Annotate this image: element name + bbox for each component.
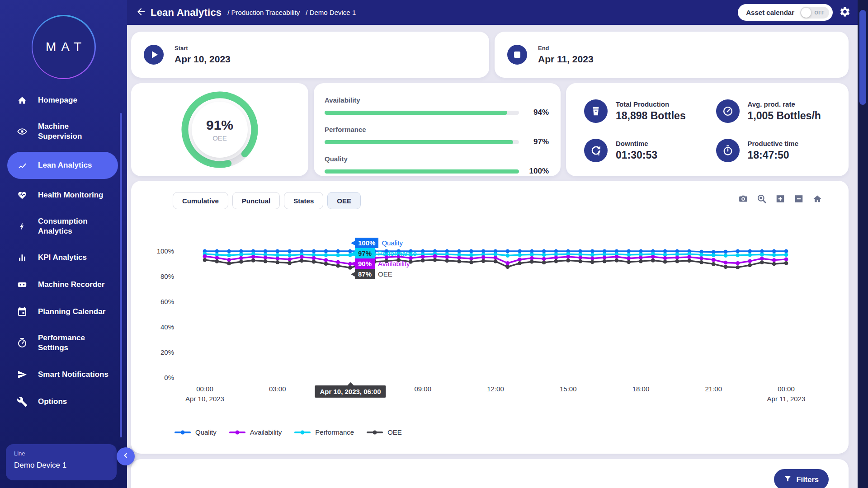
sidebar-item-health-monitoring[interactable]: Health Monitoring	[7, 184, 118, 206]
sidebar-item-options[interactable]: Options	[7, 391, 118, 413]
series-point-oee[interactable]	[275, 260, 279, 264]
series-point-oee[interactable]	[724, 265, 728, 269]
sidebar-item-lean-analytics[interactable]: Lean Analytics	[7, 152, 118, 179]
series-point-quality[interactable]	[264, 249, 268, 253]
series-point-oee[interactable]	[264, 259, 268, 263]
series-point-oee[interactable]	[603, 259, 607, 263]
series-point-quality[interactable]	[590, 249, 594, 253]
series-point-oee[interactable]	[518, 261, 522, 265]
series-point-availability[interactable]	[227, 258, 231, 262]
series-point-performance[interactable]	[699, 253, 703, 257]
series-point-oee[interactable]	[615, 258, 619, 263]
series-point-availability[interactable]	[639, 256, 643, 260]
series-point-availability[interactable]	[603, 256, 607, 260]
series-point-oee[interactable]	[578, 259, 582, 263]
series-point-oee[interactable]	[760, 260, 764, 264]
legend-item-quality[interactable]: Quality	[175, 428, 217, 436]
series-point-availability[interactable]	[566, 255, 570, 259]
sidebar-item-performance-settings[interactable]: Performance Settings	[7, 328, 118, 358]
series-point-oee[interactable]	[203, 258, 207, 262]
series-point-oee[interactable]	[566, 258, 570, 263]
series-point-oee[interactable]	[627, 260, 631, 264]
series-point-availability[interactable]	[215, 256, 219, 260]
tab-cumulative[interactable]: Cumulative	[173, 192, 228, 209]
series-point-oee[interactable]	[288, 261, 292, 265]
series-point-quality[interactable]	[748, 249, 752, 253]
tab-punctual[interactable]: Punctual	[232, 192, 280, 209]
series-point-performance[interactable]	[469, 253, 473, 257]
page-scrollbar[interactable]	[858, 0, 868, 488]
series-point-oee[interactable]	[736, 265, 740, 269]
series-point-availability[interactable]	[699, 256, 703, 260]
tab-states[interactable]: States	[284, 192, 323, 209]
series-point-quality[interactable]	[312, 249, 316, 253]
tab-oee[interactable]: OEE	[327, 192, 361, 209]
series-point-performance[interactable]	[288, 253, 292, 258]
zoom-out-icon[interactable]	[793, 193, 805, 204]
series-point-availability[interactable]	[336, 260, 340, 264]
legend-item-oee[interactable]: OEE	[367, 428, 402, 436]
legend-item-performance[interactable]: Performance	[294, 428, 354, 436]
breadcrumb-item[interactable]: / Production Traceability	[227, 9, 300, 16]
series-point-performance[interactable]	[324, 253, 328, 257]
series-point-performance[interactable]	[724, 253, 728, 258]
series-point-availability[interactable]	[675, 256, 679, 260]
series-point-performance[interactable]	[239, 253, 243, 257]
sidebar-scrollbar[interactable]	[120, 113, 122, 437]
series-point-quality[interactable]	[275, 249, 279, 253]
series-point-quality[interactable]	[542, 249, 546, 253]
series-point-oee[interactable]	[542, 261, 546, 265]
filters-button[interactable]: Filters	[774, 469, 829, 488]
series-point-performance[interactable]	[784, 253, 788, 257]
series-point-quality[interactable]	[627, 249, 631, 253]
series-point-availability[interactable]	[530, 256, 534, 260]
series-point-oee[interactable]	[324, 262, 328, 266]
series-point-performance[interactable]	[227, 253, 231, 258]
series-point-oee[interactable]	[312, 260, 316, 264]
series-point-performance[interactable]	[590, 253, 594, 257]
series-point-performance[interactable]	[627, 253, 631, 257]
series-point-quality[interactable]	[772, 249, 776, 253]
series-point-availability[interactable]	[251, 255, 255, 259]
series-point-availability[interactable]	[312, 256, 316, 260]
settings-button[interactable]	[838, 6, 852, 19]
series-point-availability[interactable]	[615, 255, 619, 259]
line-device-card[interactable]: Line Demo Device 1	[6, 444, 117, 480]
series-point-availability[interactable]	[772, 258, 776, 262]
series-point-availability[interactable]	[457, 256, 461, 260]
series-point-quality[interactable]	[663, 249, 667, 253]
series-point-oee[interactable]	[639, 259, 643, 263]
series-point-oee[interactable]	[433, 258, 437, 262]
series-point-quality[interactable]	[736, 249, 740, 253]
series-point-oee[interactable]	[712, 262, 716, 266]
series-point-quality[interactable]	[324, 249, 328, 253]
asset-calendar-pill[interactable]: Asset calendar OFF	[738, 4, 833, 21]
series-point-oee[interactable]	[663, 260, 667, 264]
series-point-quality[interactable]	[518, 249, 522, 253]
zoom-box-icon[interactable]	[756, 193, 768, 204]
series-point-quality[interactable]	[227, 249, 231, 253]
page-scrollbar-thumb[interactable]	[859, 10, 866, 105]
series-point-performance[interactable]	[530, 253, 534, 257]
series-point-availability[interactable]	[724, 261, 728, 265]
series-point-performance[interactable]	[712, 253, 716, 257]
series-point-oee[interactable]	[687, 259, 691, 263]
breadcrumb-item[interactable]: / Demo Device 1	[306, 9, 356, 16]
series-point-oee[interactable]	[457, 259, 461, 263]
series-point-availability[interactable]	[264, 256, 268, 260]
series-point-oee[interactable]	[251, 258, 255, 263]
series-point-availability[interactable]	[651, 255, 655, 259]
series-point-performance[interactable]	[772, 253, 776, 257]
series-point-availability[interactable]	[663, 256, 667, 260]
series-point-performance[interactable]	[748, 253, 752, 257]
series-point-availability[interactable]	[481, 255, 486, 259]
sidebar-item-planning-calendar[interactable]: Planning Calendar	[7, 301, 118, 323]
home-reset-icon[interactable]	[811, 193, 823, 204]
series-point-oee[interactable]	[239, 260, 243, 264]
series-point-oee[interactable]	[505, 265, 509, 269]
series-point-oee[interactable]	[469, 260, 473, 264]
series-point-availability[interactable]	[518, 258, 522, 262]
series-point-oee[interactable]	[336, 264, 340, 268]
series-point-oee[interactable]	[784, 261, 788, 265]
series-point-availability[interactable]	[554, 256, 558, 260]
